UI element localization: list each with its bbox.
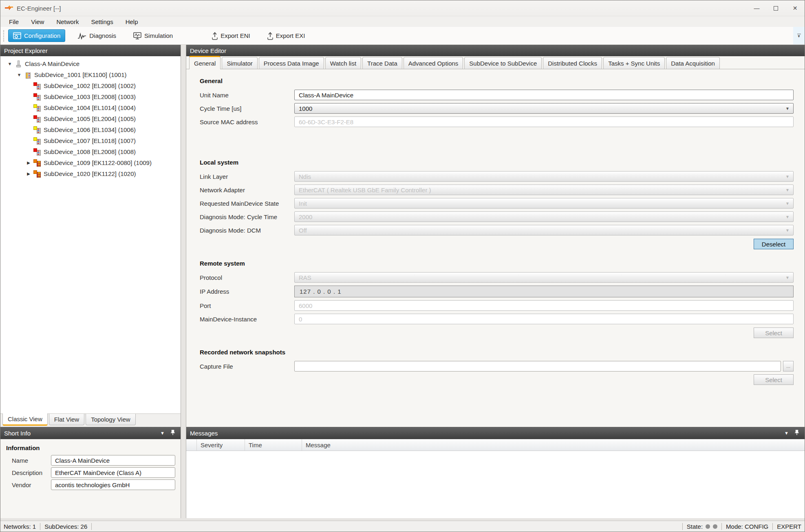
device-tree: ▾Class-A MainDevice▾SubDevice_1001 [EK11… [0, 56, 181, 413]
tab-distributed-clocks[interactable]: Distributed Clocks [543, 57, 602, 69]
tree-item-class-a-maindevice[interactable]: ▾Class-A MainDevice [0, 58, 181, 69]
status-separator [40, 523, 40, 530]
view-tabs: Classic ViewFlat ViewTopology View [0, 413, 181, 427]
messages-body: SeverityTimeMessage [186, 439, 805, 518]
messages-header[interactable]: Messages ▼ [186, 427, 805, 439]
tree-item-subdevice-1006-el1034-1006[interactable]: SubDevice_1006 [EL1034] (1006) [0, 124, 181, 135]
tree-expander-icon[interactable]: ▶ [24, 171, 33, 176]
tab-trace-data[interactable]: Trace Data [362, 57, 402, 69]
messages-gutter-column [186, 439, 197, 451]
protocol-select: RAS▼ [294, 272, 794, 283]
simulation-label: Simulation [144, 32, 173, 39]
close-button[interactable]: ✕ [785, 0, 805, 16]
tree-item-subdevice-1020-ek1122-1020[interactable]: ▶SubDevice_1020 [EK1122] (1020) [0, 168, 181, 179]
export-eni-button[interactable]: Export ENI [207, 29, 255, 42]
master-icon [14, 60, 23, 68]
tree-expander-icon[interactable]: ▾ [5, 61, 14, 67]
menu-item-file[interactable]: File [3, 16, 25, 27]
status-flag-icon [33, 93, 37, 97]
view-tab-classic-view[interactable]: Classic View [2, 413, 48, 426]
tree-item-subdevice-1003-el2008-1003[interactable]: SubDevice_1003 [EL2008] (1003) [0, 91, 181, 102]
link-icon [33, 159, 42, 167]
export-exi-button[interactable]: Export EXI [262, 29, 310, 42]
capture-file-input[interactable] [294, 361, 781, 372]
cycle-time-select[interactable]: 1000▼ [294, 103, 794, 114]
terminal-body [37, 128, 41, 134]
tab-advanced-options[interactable]: Advanced Options [404, 57, 463, 69]
device-editor-title: Device Editor [190, 47, 226, 54]
short-info-collapse-icon[interactable]: ▼ [160, 431, 165, 435]
configuration-label: Configuration [24, 32, 60, 39]
tree-item-subdevice-1005-el2004-1005[interactable]: SubDevice_1005 [EL2004] (1005) [0, 113, 181, 124]
tab-subdevice-to-subdevice[interactable]: SubDevice to SubDevice [464, 57, 542, 69]
menu-item-settings[interactable]: Settings [85, 16, 119, 27]
tree-item-label: SubDevice_1004 [EL1014] (1004) [44, 104, 136, 111]
link-body [37, 161, 41, 167]
network-adapter-label: Network Adapter [200, 187, 294, 193]
browse-button[interactable]: ... [783, 361, 794, 372]
column-header-time[interactable]: Time [245, 439, 302, 451]
tree-item-subdevice-1001-ek1100-1001[interactable]: ▾SubDevice_1001 [EK1100] (1001) [0, 69, 181, 80]
terminal-icon [33, 93, 42, 101]
column-header-message[interactable]: Message [302, 439, 805, 451]
short-info-header[interactable]: Short Info ▼ [0, 427, 181, 439]
simulation-button[interactable]: Simulation [128, 29, 178, 42]
tab-process-data-image[interactable]: Process Data Image [259, 57, 324, 69]
tree-item-subdevice-1009-ek1122-0080-1009[interactable]: ▶SubDevice_1009 [EK1122-0080] (1009) [0, 157, 181, 168]
general-tab-content: General Unit Name Class-A MainDevice Cyc… [186, 69, 805, 427]
diagnosis-button[interactable]: Diagnosis [73, 29, 121, 42]
main-area: Project Explorer ▾Class-A MainDevice▾Sub… [0, 45, 805, 521]
tree-item-subdevice-1004-el1014-1004[interactable]: SubDevice_1004 [EL1014] (1004) [0, 102, 181, 113]
messages-title: Messages [190, 430, 218, 437]
diag-cycle-time-select: 2000▼ [294, 211, 794, 222]
tree-expander-icon[interactable]: ▾ [15, 72, 24, 78]
chevron-down-icon: ▼ [785, 275, 790, 280]
terminal-body [37, 106, 41, 112]
title-bar: EC-Engineer [--] — ✕ [0, 0, 805, 16]
tree-item-label: SubDevice_1001 [EK1100] (1001) [34, 71, 127, 78]
tab-tasks-sync-units[interactable]: Tasks + Sync Units [603, 57, 665, 69]
cycle-time-label: Cycle Time [us] [200, 105, 294, 112]
toolbar-overflow-button[interactable]: ▼ [793, 27, 805, 44]
minimize-button[interactable]: — [747, 0, 766, 16]
tree-item-subdevice-1007-el1018-1007[interactable]: SubDevice_1007 [EL1018] (1007) [0, 135, 181, 146]
diagnosis-label: Diagnosis [89, 32, 116, 39]
menu-item-network[interactable]: Network [50, 16, 85, 27]
status-separator [91, 523, 92, 530]
terminal-body [37, 139, 41, 145]
column-header-severity[interactable]: Severity [197, 439, 245, 451]
menu-item-help[interactable]: Help [119, 16, 144, 27]
terminal-body [37, 150, 41, 156]
tab-data-acquisition[interactable]: Data Acquisition [666, 57, 720, 69]
tree-item-label: SubDevice_1020 [EK1122] (1020) [44, 170, 136, 177]
tab-simulator[interactable]: Simulator [222, 57, 257, 69]
diag-dcm-select: Off▼ [294, 225, 794, 235]
terminal-body [37, 95, 41, 101]
tree-expander-icon[interactable]: ▶ [24, 160, 33, 165]
tree-item-subdevice-1002-el2008-1002[interactable]: SubDevice_1002 [EL2008] (1002) [0, 80, 181, 91]
link-layer-select: Ndis▼ [294, 171, 794, 182]
deselect-button[interactable]: Deselect [754, 239, 794, 249]
link-icon [33, 170, 42, 178]
short-info-pin-icon[interactable] [170, 430, 175, 437]
menu-item-view[interactable]: View [25, 16, 50, 27]
messages-pin-icon[interactable] [794, 430, 799, 437]
tab-watch-list[interactable]: Watch list [325, 57, 361, 69]
chevron-down-icon: ▼ [785, 106, 790, 111]
tab-general[interactable]: General [189, 56, 221, 69]
terminal-icon [33, 137, 42, 145]
messages-collapse-icon[interactable]: ▼ [784, 431, 789, 435]
view-tab-flat-view[interactable]: Flat View [49, 414, 84, 425]
status-flag-icon [33, 115, 37, 119]
view-tab-topology-view[interactable]: Topology View [86, 414, 135, 425]
local-system-heading: Local system [200, 159, 794, 166]
messages-list-empty [186, 451, 805, 518]
tree-item-subdevice-1008-el2008-1008[interactable]: SubDevice_1008 [EL2008] (1008) [0, 146, 181, 157]
maximize-button[interactable] [766, 0, 785, 16]
unit-name-label: Unit Name [200, 92, 294, 99]
toolbar-grip[interactable] [3, 30, 5, 42]
configuration-button[interactable]: Configuration [8, 29, 65, 42]
status-flag-icon [33, 126, 37, 130]
unit-name-input[interactable]: Class-A MainDevice [294, 90, 794, 100]
source-mac-input: 60-6D-3C-E3-F2-E8 [294, 117, 794, 127]
